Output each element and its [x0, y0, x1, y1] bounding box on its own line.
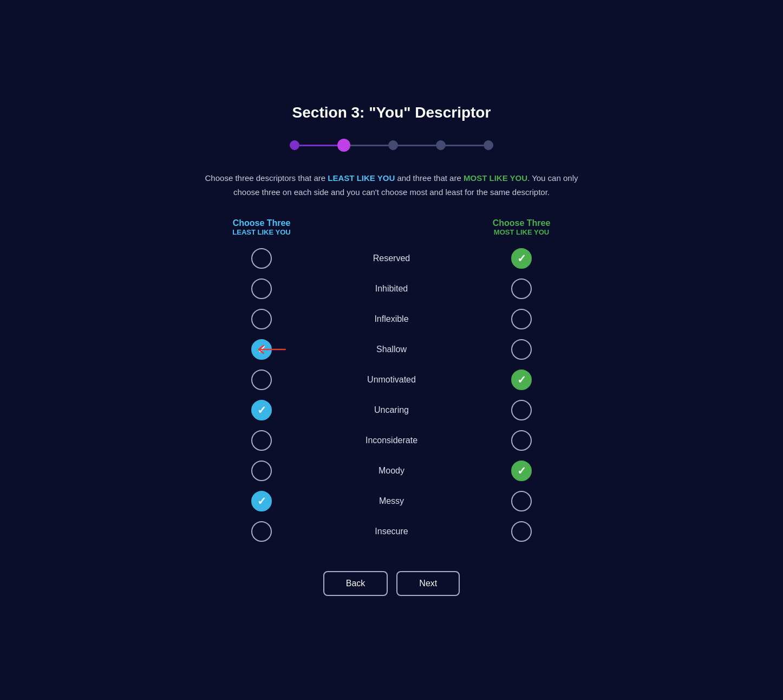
descriptor-label: Unmotivated — [294, 375, 489, 385]
most-checkbox[interactable] — [511, 491, 532, 511]
descriptor-row: Insecure — [224, 518, 559, 545]
descriptor-row: Moody✓ — [224, 457, 559, 484]
progress-line-1 — [299, 145, 337, 146]
least-checkbox-area — [229, 309, 294, 329]
instruction-text: Choose three descriptors that are LEAST … — [191, 171, 592, 199]
most-checkbox[interactable] — [511, 309, 532, 329]
descriptor-label: Reserved — [294, 254, 489, 263]
right-header-sub: MOST LIKE YOU — [489, 228, 554, 236]
page-title: Section 3: "You" Descriptor — [292, 104, 491, 121]
descriptor-label: Inconsiderate — [294, 436, 489, 445]
least-checkbox[interactable] — [251, 461, 272, 481]
most-checkbox-area — [489, 309, 554, 329]
most-checkbox[interactable]: ✓ — [511, 370, 532, 390]
descriptor-label: Moody — [294, 466, 489, 476]
descriptor-row: ✓ Shallow — [224, 336, 559, 363]
progress-bar — [290, 139, 493, 152]
progress-line-3 — [398, 145, 436, 146]
descriptor-row: Unmotivated✓ — [224, 366, 559, 393]
least-checkbox-area: ✓ — [229, 339, 294, 360]
left-header-top: Choose Three — [229, 218, 294, 228]
nav-buttons: Back Next — [323, 571, 460, 596]
most-checkbox-area: ✓ — [489, 370, 554, 390]
most-checkbox-area — [489, 521, 554, 542]
next-button[interactable]: Next — [396, 571, 460, 596]
progress-line-2 — [350, 145, 388, 146]
least-checkbox[interactable]: ✓ — [251, 400, 272, 420]
descriptor-label: Inflexible — [294, 314, 489, 324]
least-checkbox[interactable] — [251, 309, 272, 329]
left-column-header: Choose Three LEAST LIKE YOU — [229, 218, 294, 236]
least-checkbox[interactable] — [251, 248, 272, 269]
descriptor-row: ✓Uncaring — [224, 397, 559, 424]
least-checkbox-area — [229, 278, 294, 299]
progress-dot-1 — [290, 140, 299, 150]
least-checkbox[interactable]: ✓ — [251, 339, 272, 360]
progress-dot-2 — [337, 139, 350, 152]
main-container: Section 3: "You" Descriptor Choose three… — [148, 77, 635, 623]
most-checkbox-area — [489, 430, 554, 451]
descriptor-row: Inflexible — [224, 306, 559, 333]
descriptor-row: ✓Messy — [224, 488, 559, 515]
descriptor-list: Reserved✓InhibitedInflexible✓ ShallowUnm… — [224, 245, 559, 545]
most-checkbox[interactable] — [511, 521, 532, 542]
least-checkbox-area — [229, 248, 294, 269]
left-header-sub: LEAST LIKE YOU — [229, 228, 294, 236]
least-checkbox-area: ✓ — [229, 400, 294, 420]
least-checkbox[interactable] — [251, 521, 272, 542]
least-checkbox[interactable] — [251, 370, 272, 390]
most-checkbox[interactable] — [511, 430, 532, 451]
descriptor-label: Shallow — [294, 345, 489, 354]
descriptor-row: Inhibited — [224, 275, 559, 302]
most-checkbox-area: ✓ — [489, 248, 554, 269]
progress-line-4 — [446, 145, 484, 146]
right-header-top: Choose Three — [489, 218, 554, 228]
right-column-header: Choose Three MOST LIKE YOU — [489, 218, 554, 236]
descriptor-row: Reserved✓ — [224, 245, 559, 272]
column-headers: Choose Three LEAST LIKE YOU Choose Three… — [224, 218, 559, 236]
least-checkbox-area — [229, 461, 294, 481]
least-checkbox[interactable]: ✓ — [251, 491, 272, 511]
least-checkbox-area — [229, 521, 294, 542]
least-label: LEAST LIKE YOU — [328, 173, 395, 183]
most-checkbox[interactable] — [511, 400, 532, 420]
most-checkbox[interactable]: ✓ — [511, 461, 532, 481]
progress-dot-5 — [484, 140, 493, 150]
instruction-part2: and three that are — [395, 173, 464, 183]
least-checkbox-area: ✓ — [229, 491, 294, 511]
most-checkbox[interactable] — [511, 339, 532, 360]
least-checkbox[interactable] — [251, 430, 272, 451]
least-checkbox[interactable] — [251, 278, 272, 299]
most-label: MOST LIKE YOU — [464, 173, 527, 183]
instruction-part1: Choose three descriptors that are — [205, 173, 328, 183]
most-checkbox-area — [489, 278, 554, 299]
most-checkbox-area — [489, 400, 554, 420]
least-checkbox-area — [229, 430, 294, 451]
most-checkbox[interactable]: ✓ — [511, 248, 532, 269]
most-checkbox[interactable] — [511, 278, 532, 299]
most-checkbox-area — [489, 491, 554, 511]
back-button[interactable]: Back — [323, 571, 388, 596]
descriptor-row: Inconsiderate — [224, 427, 559, 454]
descriptor-label: Messy — [294, 496, 489, 506]
descriptor-label: Insecure — [294, 527, 489, 536]
most-checkbox-area — [489, 339, 554, 360]
most-checkbox-area: ✓ — [489, 461, 554, 481]
progress-dot-4 — [436, 140, 446, 150]
descriptor-label: Inhibited — [294, 284, 489, 294]
least-checkbox-area — [229, 370, 294, 390]
progress-dot-3 — [388, 140, 398, 150]
descriptor-label: Uncaring — [294, 405, 489, 415]
